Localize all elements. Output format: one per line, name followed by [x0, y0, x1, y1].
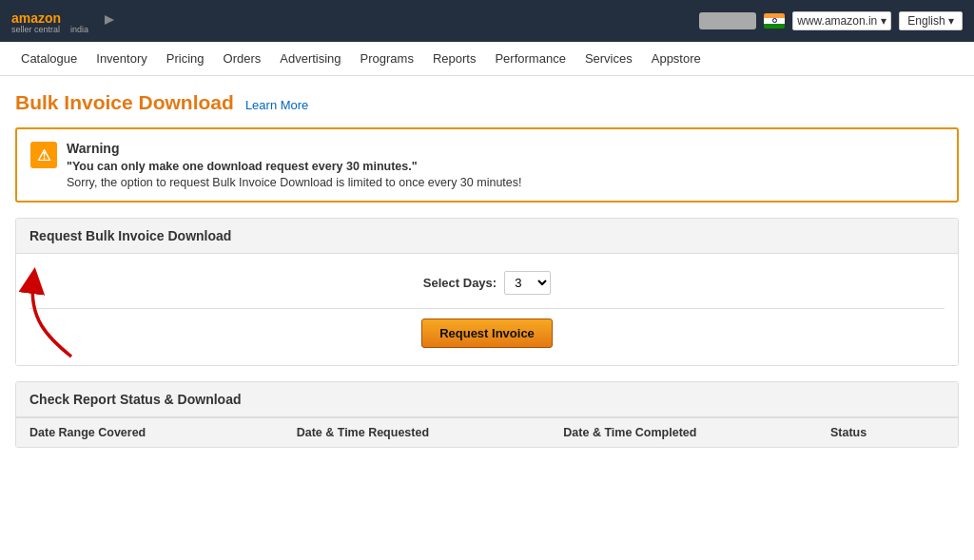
col-date-completed: Date & Time Completed	[563, 426, 830, 439]
nav-appstore[interactable]: Appstore	[642, 42, 711, 76]
nav-performance[interactable]: Performance	[485, 42, 575, 76]
warning-message-2: Sorry, the option to request Bulk Invoic…	[67, 176, 522, 189]
amazon-logo-svg: amazon seller central india	[11, 8, 97, 34]
language-dropdown-icon: ▾	[948, 14, 954, 28]
domain-selector[interactable]: www.amazon.in ▾	[792, 11, 891, 30]
warning-box: ⚠ Warning "You can only make one downloa…	[15, 127, 959, 203]
warning-icon: ⚠	[30, 142, 57, 168]
nav-services[interactable]: Services	[575, 42, 642, 76]
main-nav: Catalogue Inventory Pricing Orders Adver…	[0, 42, 974, 76]
section-divider	[29, 308, 945, 309]
nav-inventory[interactable]: Inventory	[87, 42, 156, 76]
table-header-row: Date Range Covered Date & Time Requested…	[16, 417, 958, 447]
col-status: Status	[830, 426, 945, 439]
flag-icon	[103, 13, 118, 29]
status-section-header: Check Report Status & Download	[16, 382, 958, 417]
warning-title: Warning	[67, 141, 522, 156]
nav-catalogue[interactable]: Catalogue	[11, 42, 87, 76]
request-section-body: Select Days: 3 7 14 30 Request Invoice	[16, 254, 958, 365]
svg-text:india: india	[70, 25, 88, 34]
warning-message-1: "You can only make one download request …	[67, 160, 522, 173]
nav-orders[interactable]: Orders	[214, 42, 271, 76]
amazon-logo: amazon seller central india	[11, 8, 97, 34]
nav-programs[interactable]: Programs	[351, 42, 423, 76]
header-right: www.amazon.in ▾ English ▾	[699, 11, 963, 30]
india-flag	[764, 13, 785, 29]
page-content: Bulk Invoice Download Learn More ⚠ Warni…	[0, 76, 974, 448]
col-date-range: Date Range Covered	[29, 426, 297, 439]
user-name-blob	[699, 12, 756, 29]
top-header: amazon seller central india www.amazon.i…	[0, 0, 974, 42]
page-title-row: Bulk Invoice Download Learn More	[15, 91, 959, 114]
request-invoice-button[interactable]: Request Invoice	[421, 319, 553, 348]
language-value: English	[907, 14, 945, 28]
status-section: Check Report Status & Download Date Rang…	[15, 381, 959, 448]
days-select[interactable]: 3 7 14 30	[504, 271, 551, 295]
svg-text:amazon: amazon	[11, 10, 61, 26]
nav-advertising[interactable]: Advertising	[270, 42, 350, 76]
domain-value: www.amazon.in	[797, 14, 877, 28]
svg-marker-3	[105, 15, 114, 25]
request-invoice-row: Request Invoice	[29, 319, 945, 348]
select-days-label: Select Days:	[423, 276, 497, 290]
logo-area: amazon seller central india	[11, 8, 118, 34]
nav-reports[interactable]: Reports	[423, 42, 486, 76]
domain-dropdown-icon: ▾	[881, 14, 886, 28]
select-days-row: Select Days: 3 7 14 30	[29, 271, 945, 295]
request-section-header: Request Bulk Invoice Download	[16, 219, 958, 254]
nav-pricing[interactable]: Pricing	[157, 42, 214, 76]
language-selector[interactable]: English ▾	[899, 11, 963, 30]
learn-more-link[interactable]: Learn More	[245, 98, 308, 112]
col-date-requested: Date & Time Requested	[297, 426, 564, 439]
request-section: Request Bulk Invoice Download Select Day…	[15, 218, 959, 366]
warning-content: Warning "You can only make one download …	[67, 141, 522, 189]
page-title: Bulk Invoice Download	[15, 91, 234, 114]
svg-text:seller central: seller central	[11, 25, 60, 34]
